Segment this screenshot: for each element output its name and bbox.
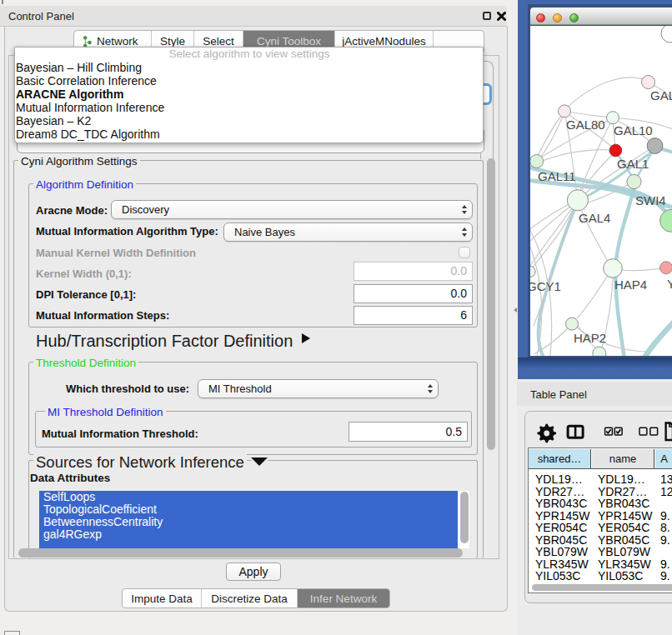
svg-text:GAL7: GAL7 [650,88,672,102]
svg-text:SWI4: SWI4 [635,193,666,208]
svg-text:GAL4: GAL4 [579,211,610,225]
svg-text:GAL1: GAL1 [617,157,649,171]
svg-text:Y: Y [667,277,672,291]
svg-text:GAL10: GAL10 [614,123,653,138]
svg-text:GCY1: GCY1 [530,279,561,293]
svg-text:GAL80: GAL80 [566,118,605,132]
svg-text:GAL11: GAL11 [538,169,576,183]
svg-text:HAP4: HAP4 [614,278,647,292]
svg-text:HAP2: HAP2 [574,331,606,345]
